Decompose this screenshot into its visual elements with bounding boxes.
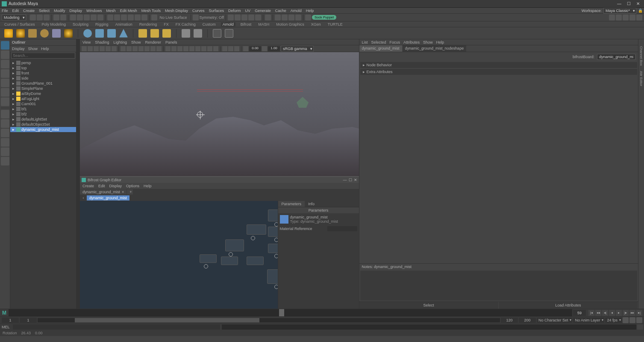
layout-single-icon[interactable] — [1, 110, 9, 118]
outliner-menu-show[interactable]: Show — [28, 47, 38, 51]
ae-menu-help[interactable]: Help — [436, 40, 444, 44]
graph-port[interactable] — [274, 222, 278, 227]
graph-node[interactable] — [268, 244, 278, 253]
menu-uv[interactable]: UV — [245, 9, 251, 13]
select-object-icon[interactable] — [91, 15, 97, 21]
vp-lights-icon[interactable] — [183, 46, 188, 51]
snap-grid-icon[interactable] — [107, 15, 113, 21]
arnold-aov-icon[interactable] — [138, 29, 147, 38]
shelftab-xgen[interactable]: XGen — [309, 22, 323, 27]
vp-textured-icon[interactable] — [177, 46, 182, 51]
ae-select-button[interactable]: Select — [359, 302, 499, 309]
panel-layout-icon[interactable] — [305, 15, 311, 21]
new-scene-icon[interactable] — [30, 15, 36, 21]
arnold-curve-icon[interactable] — [119, 29, 128, 38]
vp-filmgate-icon[interactable] — [126, 46, 132, 51]
step-forward-frame-button[interactable]: |▸ — [623, 310, 629, 316]
arnold-tx-icon[interactable] — [150, 29, 159, 38]
vp-imageplane-icon[interactable] — [100, 46, 105, 51]
params-tab[interactable]: Parameters — [278, 201, 305, 207]
menu-arnold[interactable]: Arnold — [291, 9, 302, 13]
select-face-icon[interactable] — [84, 15, 90, 21]
arnold-util-icon[interactable] — [162, 29, 171, 38]
playback-start-input[interactable]: 1 — [20, 318, 37, 323]
graph-node[interactable] — [200, 254, 217, 263]
coord-icon[interactable] — [235, 15, 241, 21]
workspace-dropdown[interactable]: Maya Classic* — [603, 8, 636, 14]
layout-persp-icon[interactable] — [1, 138, 9, 147]
vp-bookmark-icon[interactable] — [94, 46, 99, 51]
coord4-icon[interactable] — [255, 15, 261, 21]
open-scene-icon[interactable] — [37, 15, 43, 21]
ae-section-nodebehavior[interactable]: ▸Node Behavior — [360, 62, 638, 68]
bmenu-display[interactable]: Display — [109, 184, 122, 188]
vmenu-show[interactable]: Show — [131, 40, 141, 44]
menu-modify[interactable]: Modify — [54, 9, 65, 13]
signin-icon[interactable] — [609, 15, 615, 21]
graph-node[interactable] — [267, 269, 278, 284]
select-uv-icon[interactable] — [97, 15, 103, 21]
bifrost-back-button[interactable]: ‹ — [81, 196, 86, 200]
render-view-icon[interactable] — [295, 15, 301, 21]
shelftab-poly[interactable]: Poly Modeling — [40, 22, 68, 27]
ae-tab-node[interactable]: dynamic_ground_mist — [359, 45, 402, 52]
ae-menu-show[interactable]: Show — [423, 40, 433, 44]
info-tab[interactable]: Info — [305, 201, 318, 207]
vp-exposure-input[interactable]: 0.00 — [249, 46, 261, 51]
outliner-menu-help[interactable]: Help — [41, 47, 49, 51]
arnold-renderview-icon[interactable] — [182, 29, 190, 38]
arnold-settings-icon[interactable] — [194, 29, 202, 38]
scale-tool[interactable] — [1, 88, 9, 97]
vp-grid-icon[interactable] — [121, 46, 126, 51]
vp-resgate-icon[interactable] — [132, 46, 138, 51]
vp-xray-icon[interactable] — [228, 46, 233, 51]
range-handle[interactable] — [75, 318, 260, 322]
menu-generate[interactable]: Generate — [255, 9, 271, 13]
close-button[interactable]: ✕ — [634, 1, 642, 7]
vp-dof-icon[interactable] — [213, 46, 218, 51]
vp-gamma-input[interactable]: 1.00 — [268, 46, 280, 51]
step-forward-key-button[interactable]: ▸▸ — [629, 310, 635, 316]
menu-help[interactable]: Help — [306, 9, 314, 13]
graph-port[interactable] — [204, 264, 208, 268]
vp-grease-icon[interactable] — [112, 46, 117, 51]
snap-point-icon[interactable] — [121, 15, 127, 21]
arnold-volume-icon[interactable] — [95, 29, 104, 38]
bifrost-graph-canvas[interactable] — [80, 201, 278, 309]
shelftab-bifrost[interactable]: Bifrost — [239, 22, 253, 27]
arnold-area-icon[interactable] — [52, 29, 61, 38]
vtab-attreditor[interactable]: Attr Editor — [639, 68, 644, 89]
close-tab-icon[interactable]: × — [122, 190, 124, 194]
menu-deform[interactable]: Deform — [228, 9, 241, 13]
arnold-sphere-icon[interactable] — [40, 29, 49, 38]
redo-icon[interactable] — [60, 15, 66, 21]
vp-fielchart-icon[interactable] — [144, 46, 150, 51]
arnold-skydome-icon[interactable] — [16, 29, 25, 38]
snap-curve-icon[interactable] — [114, 15, 120, 21]
vp-motionblur-icon[interactable] — [201, 46, 206, 51]
construction-history-icon[interactable] — [265, 15, 271, 21]
ae-section-extraattrs[interactable]: ▸Extra Attributes — [360, 69, 638, 75]
layout-four-icon[interactable] — [1, 119, 9, 128]
vmenu-view[interactable]: View — [82, 40, 91, 44]
coord2-icon[interactable] — [241, 15, 247, 21]
step-back-key-button[interactable]: ◂◂ — [595, 310, 601, 316]
autokey-icon[interactable] — [623, 317, 629, 323]
layout-outliner-icon[interactable] — [1, 147, 9, 156]
vmenu-panels[interactable]: Panels — [165, 40, 177, 44]
shelftab-custom[interactable]: Custom — [201, 22, 218, 27]
graph-node[interactable] — [225, 239, 244, 251]
menu-editmesh[interactable]: Edit Mesh — [120, 9, 137, 13]
render-settings-icon[interactable] — [288, 15, 294, 21]
bmenu-create[interactable]: Create — [82, 184, 94, 188]
current-frame-input[interactable]: 59 — [573, 310, 586, 316]
vmenu-renderer[interactable]: Renderer — [145, 40, 161, 44]
vp-smoothshade-icon[interactable] — [171, 46, 176, 51]
menu-meshdisplay[interactable]: Mesh Display — [165, 9, 188, 13]
ae-nodename-input[interactable] — [597, 54, 635, 60]
range-bar[interactable] — [38, 318, 500, 322]
snap-livesurface-icon[interactable] — [141, 15, 147, 21]
script-editor-icon[interactable] — [637, 324, 643, 330]
viewport-3d[interactable] — [80, 52, 359, 176]
bifrost-breadcrumb[interactable]: dynamic_ground_mist — [87, 195, 129, 200]
